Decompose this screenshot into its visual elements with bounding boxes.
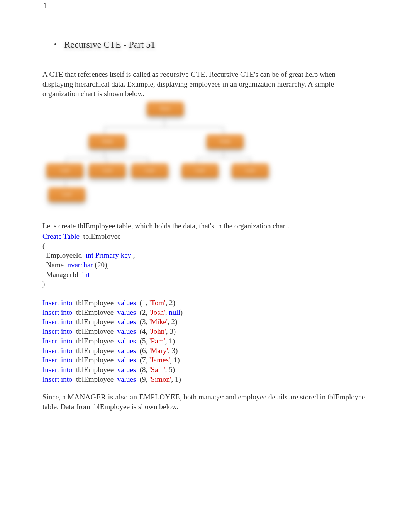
kw: Insert into: [42, 318, 73, 326]
code-line: Insert into tblEmployee values (4, 'John…: [42, 327, 368, 337]
code-line: Insert into tblEmployee values (3, 'Mike…: [42, 317, 368, 327]
kw: values: [117, 337, 136, 345]
text-emph: MANAGER is also an EMPLOYEE: [68, 393, 180, 401]
ident: tblEmployee: [76, 365, 114, 374]
string-literal: 'James': [149, 356, 170, 364]
code-line: Insert into tblEmployee values (9, 'Simo…: [42, 375, 368, 384]
ident: tblEmployee: [76, 318, 114, 326]
ident: tblEmployee: [76, 327, 114, 335]
kw: values: [117, 299, 136, 307]
sql-insert-block: Insert into tblEmployee values (1, 'Tom'…: [42, 298, 368, 384]
code-line: Insert into tblEmployee values (6, 'Mary…: [42, 346, 368, 356]
chart-connector: [223, 150, 224, 158]
code-line: Insert into tblEmployee values (5, 'Pam'…: [42, 337, 368, 346]
chart-node: Leaf: [46, 163, 83, 178]
chart-connector: [148, 158, 149, 163]
org-chart-image: Root Node Node Leaf Leaf Leaf Leaf Leaf …: [42, 102, 274, 214]
intro-paragraph: A CTE that references itself is called a…: [42, 70, 368, 99]
code-line: Create Table tblEmployee: [42, 232, 368, 241]
para-manager: Since, a MANAGER is also an EMPLOYEE, bo…: [42, 393, 368, 411]
chart-node: Leaf: [48, 187, 85, 202]
kw: Insert into: [42, 308, 73, 316]
code-line: ): [42, 279, 368, 289]
page-title: Recursive CTE - Part 51: [64, 39, 155, 51]
chart-node: Leaf: [232, 163, 269, 178]
kw: values: [117, 318, 136, 326]
chart-connector: [104, 127, 105, 134]
text-emph: recursive CTE: [160, 70, 205, 78]
kw: Insert into: [42, 365, 73, 374]
chart-connector: [66, 158, 66, 163]
code-line: ManagerId int: [42, 270, 368, 280]
kw: values: [117, 356, 136, 364]
ident: tblEmployee: [83, 232, 120, 240]
chart-node: Root: [147, 102, 184, 116]
page-number: 1: [43, 2, 47, 10]
chart-node: Node: [89, 134, 126, 149]
chart-connector: [104, 127, 224, 127]
code-line: Insert into tblEmployee values (7, 'Jame…: [42, 355, 368, 365]
ident: tblEmployee: [76, 356, 114, 364]
code-line: Name nvarchar (20),: [42, 260, 368, 270]
chart-node: Node: [207, 134, 244, 149]
chart-connector: [197, 158, 198, 163]
sql-create-block: Create Table tblEmployee ( EmployeeId in…: [42, 232, 368, 289]
text: A CTE that references itself is called a…: [42, 70, 160, 78]
kw: values: [117, 327, 136, 335]
kw: values: [117, 308, 136, 316]
code-line: Insert into tblEmployee values (8, 'Sam'…: [42, 365, 368, 375]
chart-node: Leaf: [131, 163, 168, 178]
kw: int Primary key: [86, 251, 131, 259]
string-literal: 'Tom': [149, 299, 165, 307]
ident: tblEmployee: [76, 308, 114, 316]
string-literal: 'Josh': [149, 308, 165, 316]
text: (20),: [95, 261, 109, 269]
kw: null: [169, 308, 180, 316]
chart-connector: [197, 158, 251, 158]
text: Since, a: [42, 393, 68, 401]
ident: ManagerId: [46, 270, 78, 279]
string-literal: 'John': [149, 327, 166, 335]
string-literal: 'Simon': [149, 375, 171, 383]
kw: values: [117, 365, 136, 374]
kw: Create Table: [42, 232, 80, 240]
chart-connector: [104, 150, 105, 158]
kw: nvarchar: [67, 261, 93, 269]
chart-node: Leaf: [181, 163, 219, 178]
kw: Insert into: [42, 337, 73, 345]
ident: tblEmployee: [76, 337, 114, 345]
para-create: Let's create tblEmployee table, which ho…: [42, 221, 368, 231]
title-row: • Recursive CTE - Part 51: [54, 39, 368, 51]
string-literal: 'Pam': [149, 337, 165, 345]
code-line: EmployeeId int Primary key ,: [42, 251, 368, 260]
kw: Insert into: [42, 356, 73, 364]
kw: Insert into: [42, 327, 73, 335]
chart-connector: [66, 158, 149, 158]
code-line: Insert into tblEmployee values (1, 'Tom'…: [42, 298, 368, 308]
ident: tblEmployee: [76, 375, 114, 383]
ident: tblEmployee: [76, 299, 114, 307]
kw: Insert into: [42, 375, 73, 383]
bullet-icon: •: [54, 40, 56, 49]
chart-connector: [65, 179, 66, 187]
kw: values: [117, 375, 136, 383]
kw: Insert into: [42, 347, 73, 355]
chart-connector: [164, 117, 165, 127]
chart-node: Leaf: [89, 163, 126, 178]
kw: int: [82, 270, 90, 279]
chart-connector: [250, 158, 251, 163]
kw: Insert into: [42, 299, 73, 307]
chart-connector: [223, 127, 224, 134]
document-body: • Recursive CTE - Part 51 A CTE that ref…: [0, 0, 410, 430]
code-line: (: [42, 241, 368, 251]
string-literal: 'Sam': [149, 365, 165, 374]
ident: tblEmployee: [76, 347, 114, 355]
kw: values: [117, 347, 136, 355]
ident: Name: [46, 261, 64, 269]
code-line: Insert into tblEmployee values (2, 'Josh…: [42, 308, 368, 318]
text: ,: [133, 251, 135, 259]
ident: EmployeeId: [46, 251, 82, 259]
string-literal: 'Mary': [149, 347, 168, 355]
chart-connector: [106, 158, 107, 163]
string-literal: 'Mike': [149, 318, 168, 326]
